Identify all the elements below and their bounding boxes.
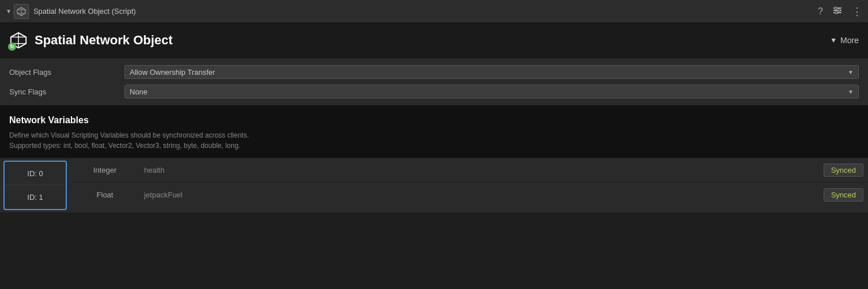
synced-cell-1: Synced bbox=[753, 188, 868, 201]
variable-name-0: health bbox=[139, 166, 753, 174]
sync-flags-value: None bbox=[130, 88, 148, 96]
adjust-icon bbox=[832, 5, 843, 16]
title-bar: ▼ Spatial Network Object (Script) ? ⋮ bbox=[0, 0, 868, 23]
id-group-border: ID: 0 ID: 1 bbox=[3, 161, 67, 210]
id-cell-1: ID: 1 bbox=[5, 185, 66, 209]
variable-name-1: jetpackFuel bbox=[139, 191, 753, 199]
nv-description-line2: Supported types: int, bool, float, Vecto… bbox=[9, 142, 240, 150]
component-header-left: Spatial Network Object bbox=[9, 31, 173, 50]
network-variables-section: Network Variables Define which Visual Sc… bbox=[0, 106, 868, 158]
title-bar-actions: ? ⋮ bbox=[818, 5, 862, 18]
synced-cell-0: Synced bbox=[753, 163, 868, 177]
cube-icon-small bbox=[17, 7, 26, 16]
object-flags-value: Allow Ownership Transfer bbox=[130, 68, 215, 77]
fields-section: Object Flags Allow Ownership Transfer ▼ … bbox=[0, 58, 868, 106]
object-flags-label: Object Flags bbox=[9, 68, 124, 77]
help-icon[interactable]: ? bbox=[818, 6, 823, 17]
object-flags-caret-icon: ▼ bbox=[848, 69, 854, 75]
synced-badge-1: Synced bbox=[824, 188, 863, 201]
more-button[interactable]: ▼ More bbox=[830, 36, 859, 45]
more-label: More bbox=[840, 36, 859, 45]
nv-description-line1: Define which Visual Scripting Variables … bbox=[9, 131, 249, 139]
svg-point-5 bbox=[835, 12, 837, 14]
table-row: Integer health Synced bbox=[70, 158, 868, 182]
table-row: Float jetpackFuel Synced bbox=[70, 182, 868, 207]
sync-flags-label: Sync Flags bbox=[9, 88, 124, 96]
synced-badge-0: Synced bbox=[824, 163, 863, 177]
svg-point-3 bbox=[835, 7, 837, 9]
sync-flags-row: Sync Flags None ▼ bbox=[9, 83, 859, 100]
menu-icon[interactable]: ⋮ bbox=[852, 5, 862, 18]
sync-badge-icon: ↻ bbox=[8, 43, 16, 51]
component-title: Spatial Network Object bbox=[35, 33, 173, 48]
network-variables-title: Network Variables bbox=[9, 115, 859, 126]
title-bar-dropdown[interactable]: ▼ bbox=[6, 4, 29, 19]
network-variables-description: Define which Visual Scripting Variables … bbox=[9, 130, 859, 151]
layout-icon[interactable] bbox=[832, 5, 843, 18]
variable-rows: Integer health Synced Float jetpackFuel … bbox=[70, 158, 868, 212]
object-flags-select[interactable]: Allow Ownership Transfer ▼ bbox=[124, 65, 859, 79]
object-flags-row: Object Flags Allow Ownership Transfer ▼ bbox=[9, 64, 859, 80]
sync-flags-select[interactable]: None ▼ bbox=[124, 85, 859, 98]
variable-type-0: Integer bbox=[70, 166, 139, 174]
variable-type-1: Float bbox=[70, 191, 139, 199]
dropdown-caret-icon: ▼ bbox=[6, 8, 12, 14]
more-caret-icon: ▼ bbox=[830, 36, 837, 44]
variables-table: ID: 0 ID: 1 Integer health Synced Float … bbox=[0, 158, 868, 213]
id-group-wrapper: ID: 0 ID: 1 bbox=[0, 158, 70, 212]
component-header: Spatial Network Object ↻ ▼ More bbox=[0, 23, 868, 58]
title-bar-title: Spatial Network Object (Script) bbox=[33, 7, 813, 16]
component-icon-small bbox=[14, 4, 29, 19]
svg-point-4 bbox=[838, 9, 840, 12]
id-cell-0: ID: 0 bbox=[5, 162, 66, 185]
sync-flags-caret-icon: ▼ bbox=[848, 89, 854, 95]
